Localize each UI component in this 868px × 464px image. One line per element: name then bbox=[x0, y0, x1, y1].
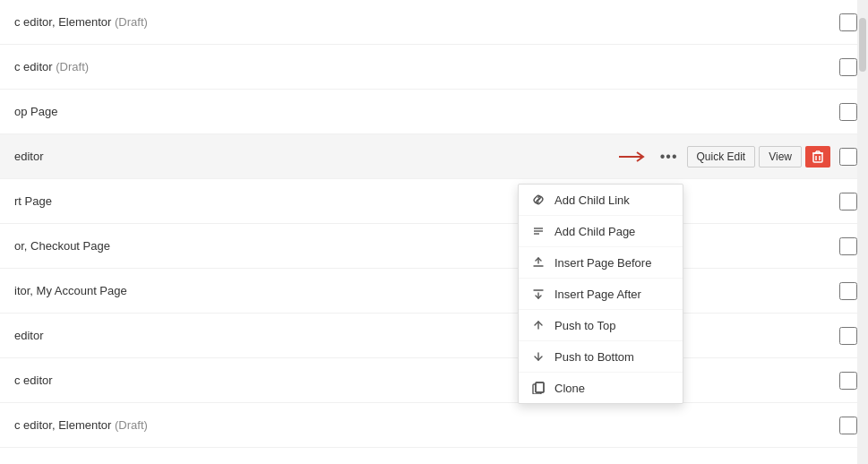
context-menu-item-label: Insert Page Before bbox=[554, 256, 651, 270]
arrow-icon bbox=[619, 150, 648, 163]
more-button[interactable]: ••• bbox=[655, 145, 683, 168]
view-button[interactable]: View bbox=[759, 146, 802, 168]
list-row: c editor bbox=[0, 358, 868, 403]
row-title-wrapper: editor bbox=[14, 150, 619, 163]
page-icon bbox=[531, 224, 546, 238]
row-title-wrapper: c editor (Draft) bbox=[14, 60, 830, 73]
row-checkbox[interactable] bbox=[839, 193, 857, 211]
context-menu-item-label: Push to Bottom bbox=[554, 350, 634, 364]
context-menu-item-label: Add Child Link bbox=[554, 193, 630, 207]
row-checkbox[interactable] bbox=[839, 282, 857, 300]
row-checkbox[interactable] bbox=[839, 327, 857, 345]
row-checkbox[interactable] bbox=[839, 58, 857, 76]
row-title: op Page bbox=[14, 105, 57, 118]
insert-after-icon bbox=[531, 287, 546, 301]
context-menu-item-label: Push to Top bbox=[554, 319, 615, 332]
link-icon bbox=[531, 193, 546, 207]
row-title: editor bbox=[14, 329, 44, 342]
quick-edit-button[interactable]: Quick Edit bbox=[687, 146, 756, 168]
row-title: c editor (Draft) bbox=[14, 60, 89, 73]
row-title: c editor, Elementor (Draft) bbox=[14, 15, 148, 29]
row-title: or, Checkout Page bbox=[14, 239, 110, 253]
insert-before-icon bbox=[531, 255, 546, 270]
list-row: rt Page bbox=[0, 179, 868, 224]
row-title: c editor bbox=[14, 374, 53, 387]
context-menu-item-label: Insert Page After bbox=[554, 288, 641, 301]
row-title: itor, My Account Page bbox=[14, 284, 127, 297]
context-menu-item-insert-page-after[interactable]: Insert Page After bbox=[519, 279, 683, 310]
context-menu-item-add-child-page[interactable]: Add Child Page bbox=[519, 216, 683, 247]
context-menu-item-label: Add Child Page bbox=[554, 225, 635, 238]
row-title-wrapper: c editor, Elementor (Draft) bbox=[14, 418, 830, 432]
draft-label: (Draft) bbox=[115, 418, 148, 432]
clone-icon bbox=[531, 381, 546, 395]
delete-button[interactable] bbox=[805, 146, 830, 168]
scrollbar-track[interactable] bbox=[857, 0, 868, 464]
down-icon bbox=[531, 349, 546, 364]
list-row: or, Checkout Page bbox=[0, 224, 868, 269]
svg-rect-1 bbox=[813, 153, 822, 162]
row-checkbox[interactable] bbox=[839, 103, 857, 121]
scrollbar-thumb[interactable] bbox=[859, 18, 866, 72]
row-title-wrapper: itor, My Account Page bbox=[14, 284, 830, 297]
up-icon bbox=[531, 318, 546, 332]
list-row: itor, My Account Page bbox=[0, 269, 868, 314]
draft-label: (Draft) bbox=[115, 15, 148, 29]
row-title: rt Page bbox=[14, 194, 52, 208]
list-row: c editor, Elementor (Draft) bbox=[0, 0, 868, 45]
list-row: editor bbox=[0, 314, 868, 358]
row-title: c editor, Elementor (Draft) bbox=[14, 418, 148, 432]
context-menu: Add Child LinkAdd Child PageInsert Page … bbox=[518, 184, 683, 404]
row-title-wrapper: editor bbox=[14, 329, 830, 342]
row-title-wrapper: rt Page bbox=[14, 194, 830, 208]
svg-rect-18 bbox=[536, 382, 544, 392]
list-row: editor •••Quick EditView bbox=[0, 134, 868, 179]
row-actions: •••Quick EditView bbox=[619, 145, 830, 168]
row-title: editor bbox=[14, 150, 44, 163]
context-menu-item-push-to-bottom[interactable]: Push to Bottom bbox=[519, 341, 683, 373]
row-checkbox[interactable] bbox=[839, 417, 857, 434]
list-row: c editor, Elementor (Draft) bbox=[0, 403, 868, 448]
row-checkbox[interactable] bbox=[839, 372, 857, 390]
row-title-wrapper: or, Checkout Page bbox=[14, 239, 830, 253]
row-title-wrapper: c editor, Elementor (Draft) bbox=[14, 15, 830, 29]
row-checkbox[interactable] bbox=[839, 13, 857, 31]
page-list: c editor, Elementor (Draft)c editor (Dra… bbox=[0, 0, 868, 448]
context-menu-item-clone[interactable]: Clone bbox=[519, 373, 683, 403]
context-menu-item-label: Clone bbox=[554, 382, 585, 395]
row-checkbox[interactable] bbox=[839, 148, 857, 166]
context-menu-item-push-to-top[interactable]: Push to Top bbox=[519, 310, 683, 341]
context-menu-item-add-child-link[interactable]: Add Child Link bbox=[519, 185, 683, 216]
row-title-wrapper: op Page bbox=[14, 105, 830, 118]
draft-label: (Draft) bbox=[56, 60, 89, 73]
list-row: op Page bbox=[0, 90, 868, 134]
context-menu-item-insert-page-before[interactable]: Insert Page Before bbox=[519, 247, 683, 279]
row-title-wrapper: c editor bbox=[14, 374, 830, 387]
list-row: c editor (Draft) bbox=[0, 45, 868, 90]
row-checkbox[interactable] bbox=[839, 237, 857, 255]
